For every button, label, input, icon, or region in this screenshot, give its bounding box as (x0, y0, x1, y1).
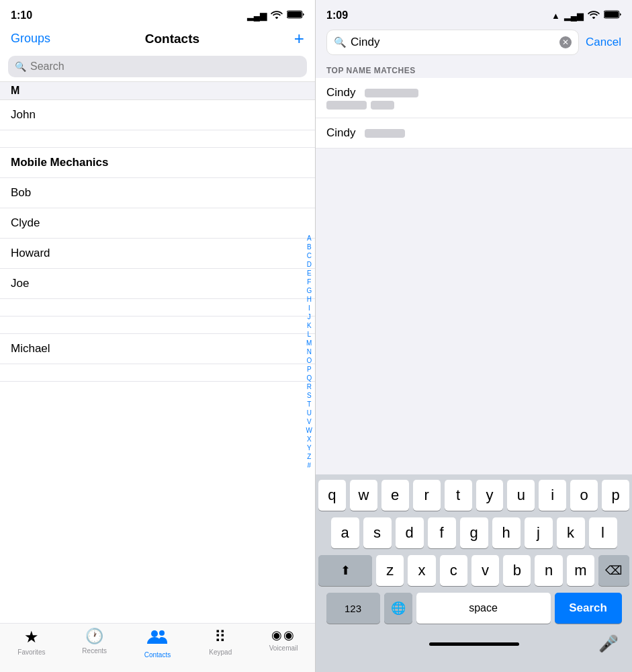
result-sub-blurred-1b (371, 101, 394, 110)
contact-michael[interactable]: Michael (0, 334, 315, 364)
key-p[interactable]: p (602, 480, 629, 511)
result-name-1: Cindy (326, 86, 355, 99)
key-y[interactable]: y (476, 480, 504, 511)
key-c[interactable]: c (440, 555, 467, 586)
key-i[interactable]: i (539, 480, 566, 511)
key-g[interactable]: g (460, 517, 488, 548)
backspace-key[interactable]: ⌫ (598, 555, 629, 586)
signal-icon-left: ▂▄▆ (247, 11, 267, 21)
contact-blurred-2[interactable] (0, 299, 315, 317)
svg-rect-5 (604, 11, 619, 17)
contact-mobile-mechanics[interactable]: Mobile Mechanics (0, 148, 315, 178)
contact-joe[interactable]: Joe (0, 269, 315, 299)
svg-rect-1 (287, 11, 302, 17)
contacts-icon (147, 628, 167, 649)
key-k[interactable]: k (557, 517, 585, 548)
cancel-button[interactable]: Cancel (586, 36, 621, 49)
tab-voicemail[interactable]: ◉◉ Voicemail (252, 628, 315, 659)
status-icons-right: ▲ ▂▄▆ (551, 10, 621, 21)
tab-recents[interactable]: 🕐 Recents (63, 628, 126, 659)
contact-bob[interactable]: Bob (0, 178, 315, 208)
key-f[interactable]: f (428, 517, 456, 548)
contact-howard[interactable]: Howard (0, 239, 315, 269)
key-m[interactable]: m (567, 555, 594, 586)
search-icon-left: 🔍 (15, 61, 26, 72)
search-input-container[interactable]: 🔍 ✕ (326, 30, 579, 55)
tab-recents-label: Recents (82, 647, 107, 655)
key-q[interactable]: q (318, 480, 346, 511)
key-n[interactable]: n (535, 555, 562, 586)
key-j[interactable]: j (525, 517, 553, 548)
key-e[interactable]: e (381, 480, 409, 511)
contact-john[interactable]: John (0, 100, 315, 130)
shift-key[interactable]: ⬆ (318, 555, 372, 586)
tab-contacts[interactable]: Contacts (126, 628, 189, 659)
search-input-right[interactable] (351, 36, 555, 49)
svg-point-3 (159, 630, 165, 636)
svg-point-2 (151, 630, 158, 637)
time-left: 1:10 (11, 9, 32, 22)
star-icon: ★ (24, 628, 39, 646)
tab-keypad-label: Keypad (209, 648, 232, 656)
keyboard-row-3: ⬆ z x c v b n m ⌫ (318, 555, 629, 586)
key-l[interactable]: l (589, 517, 617, 548)
search-input-left[interactable] (30, 60, 300, 73)
wifi-icon-left (271, 10, 283, 21)
bottom-bar: 🎤 🎤 (318, 630, 629, 669)
key-u[interactable]: u (507, 480, 535, 511)
wifi-icon-right (588, 10, 600, 21)
contacts-title: Contacts (145, 32, 199, 46)
voicemail-icon: ◉◉ (271, 628, 296, 642)
keyboard-row-4: 123 🌐 space Search (318, 593, 629, 624)
globe-key[interactable]: 🌐 (384, 593, 412, 624)
contact-blurred-4[interactable] (0, 364, 315, 382)
alphabet-index[interactable]: A B C D E F G H I J K L M N O P Q R S T … (304, 81, 315, 623)
result-blurred-name-1 (365, 89, 418, 97)
mic-icon-right[interactable]: 🎤 (598, 634, 619, 653)
result-sub-1 (326, 101, 621, 110)
clock-icon: 🕐 (85, 628, 103, 645)
location-icon-right: ▲ (551, 11, 560, 21)
result-sub-blurred-1a (326, 101, 367, 110)
key-t[interactable]: t (445, 480, 472, 511)
tab-favorites[interactable]: ★ Favorites (0, 628, 63, 659)
key-x[interactable]: x (408, 555, 435, 586)
search-key[interactable]: Search (555, 593, 622, 624)
contact-blurred-1[interactable] (0, 130, 315, 148)
tab-keypad[interactable]: ⠿ Keypad (189, 628, 252, 659)
key-h[interactable]: h (492, 517, 521, 548)
search-area: 🔍 ✕ Cancel (316, 27, 632, 60)
tab-voicemail-label: Voicemail (269, 644, 298, 652)
key-b[interactable]: b (503, 555, 531, 586)
result-blurred-name-2 (365, 129, 405, 138)
contact-clyde[interactable]: Clyde (0, 208, 315, 239)
key-v[interactable]: v (471, 555, 499, 586)
clear-search-button[interactable]: ✕ (559, 36, 572, 48)
tab-contacts-label: Contacts (144, 651, 171, 659)
left-panel: 1:10 ▂▄▆ Groups Contacts + 🔍 M John (0, 0, 316, 672)
key-z[interactable]: z (376, 555, 404, 586)
section-top-matches: TOP NAME MATCHES (316, 60, 632, 78)
tab-favorites-label: Favorites (17, 648, 45, 656)
signal-icon-right: ▂▄▆ (564, 11, 584, 21)
key-d[interactable]: d (396, 517, 424, 548)
result-row-2[interactable]: Cindy (316, 118, 632, 149)
key-w[interactable]: w (350, 480, 377, 511)
battery-icon-left (287, 10, 304, 21)
groups-button[interactable]: Groups (11, 32, 50, 46)
key-a[interactable]: a (331, 517, 359, 548)
result-row-1[interactable]: Cindy (316, 78, 632, 118)
time-right: 1:09 (326, 9, 348, 22)
search-bar-left[interactable]: 🔍 (8, 56, 307, 77)
key-r[interactable]: r (413, 480, 441, 511)
key-s[interactable]: s (363, 517, 392, 548)
space-key[interactable]: space (416, 593, 551, 624)
add-contact-button[interactable]: + (294, 28, 304, 49)
section-m: M (0, 81, 315, 100)
contact-blurred-3[interactable] (0, 317, 315, 334)
empty-area (316, 149, 632, 474)
tab-bar: ★ Favorites 🕐 Recents Contacts ⠿ Keypad … (0, 623, 315, 672)
numbers-key[interactable]: 123 (326, 593, 380, 624)
contacts-list: M John Mobile Mechanics Bob Clyde Howard… (0, 81, 315, 623)
key-o[interactable]: o (570, 480, 598, 511)
